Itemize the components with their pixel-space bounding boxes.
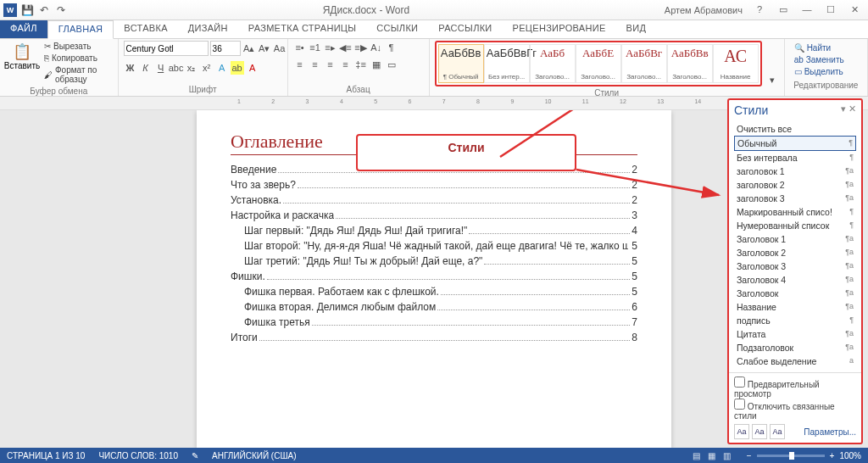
toc-entry[interactable]: Фишка третья7 [244, 316, 637, 328]
user-name[interactable]: Артем Абрамович [665, 5, 743, 15]
ribbon-options-icon[interactable]: ▭ [773, 4, 793, 15]
toc-entry[interactable]: Шаг первый: "Дядь Яш! Дядь Яш! Дай триги… [244, 225, 637, 237]
clear-all-button[interactable]: Очистить все [734, 122, 856, 136]
toc-entry[interactable]: Шаг второй: "Ну, дя-я-дя Яша! Чё жадный … [244, 240, 637, 252]
subscript-button[interactable]: x₂ [185, 61, 198, 75]
font-size-input[interactable] [210, 41, 241, 56]
style-list-item[interactable]: Заголовок 1¶a [734, 232, 856, 246]
style-list-item[interactable]: Слабое выделениеa [734, 354, 856, 368]
maximize-icon[interactable]: ☐ [821, 4, 841, 15]
tab-design[interactable]: ДИЗАЙН [178, 20, 238, 38]
align-center-icon[interactable]: ≡ [309, 58, 322, 71]
strikethrough-button[interactable]: abc [170, 61, 183, 75]
grow-font-icon[interactable]: A▴ [242, 42, 256, 55]
read-mode-icon[interactable]: ▤ [690, 451, 703, 460]
style-list-item[interactable]: подпись¶ [734, 314, 856, 327]
font-color-icon[interactable]: A [246, 61, 259, 75]
manage-styles-icon[interactable]: Aa [770, 424, 785, 439]
style-list-item[interactable]: Заголовок 2¶a [734, 246, 856, 259]
zoom-in-icon[interactable]: + [830, 451, 835, 460]
language-status[interactable]: АНГЛИЙСКИЙ (США) [212, 451, 297, 460]
style-list-item[interactable]: Обычный¶ [734, 136, 856, 151]
tab-home[interactable]: ГЛАВНАЯ [47, 20, 114, 39]
help-icon[interactable]: ? [749, 4, 770, 15]
cut-button[interactable]: ✂Вырезать [42, 41, 113, 52]
italic-button[interactable]: К [139, 61, 153, 75]
toc-entry[interactable]: Итоги8 [231, 332, 637, 343]
toc-entry[interactable]: Фишки.5 [231, 271, 637, 282]
font-name-input[interactable] [124, 41, 209, 56]
style-gallery-item[interactable]: АаБбЗаголово... [530, 44, 576, 83]
style-list-item[interactable]: Заголовок 4¶a [734, 273, 856, 287]
sort-icon[interactable]: A↓ [370, 41, 383, 54]
style-list-item[interactable]: Заголовок¶a [734, 287, 856, 300]
spellcheck-icon[interactable]: ✎ [192, 451, 198, 460]
line-spacing-icon[interactable]: ‡≡ [354, 58, 368, 71]
tab-references[interactable]: ССЫЛКИ [366, 20, 428, 38]
pane-dropdown-icon[interactable]: ▾ [841, 103, 846, 114]
style-gallery-item[interactable]: АаБбЕЗаголово... [576, 44, 621, 83]
style-gallery-item[interactable]: АаБбВвЗаголово... [667, 44, 713, 83]
style-gallery-item[interactable]: АаБбВгЗаголово... [621, 44, 667, 83]
options-link[interactable]: Параметры... [804, 427, 856, 437]
align-left-icon[interactable]: ≡ [293, 58, 307, 71]
style-list-item[interactable]: заголовок 1¶a [734, 165, 856, 178]
find-button[interactable]: 🔍Найти [793, 42, 859, 53]
tab-insert[interactable]: ВСТАВКА [114, 20, 177, 38]
toc-entry[interactable]: Что за зверь?2 [231, 179, 637, 191]
multilevel-icon[interactable]: ≡▸ [324, 41, 337, 54]
copy-button[interactable]: ⎘Копировать [42, 53, 113, 64]
page-status[interactable]: СТРАНИЦА 1 ИЗ 10 [7, 451, 85, 460]
toc-entry[interactable]: Фишка вторая. Делимся любым файлом6 [244, 301, 637, 313]
toc-entry[interactable]: Установка.2 [231, 194, 637, 206]
borders-icon[interactable]: ▭ [385, 58, 398, 71]
decrease-indent-icon[interactable]: ◀≡ [339, 41, 353, 54]
word-count[interactable]: ЧИСЛО СЛОВ: 1010 [98, 451, 178, 460]
style-list-item[interactable]: Цитата¶a [734, 327, 856, 341]
style-list-item[interactable]: Заголовок 3¶a [734, 259, 856, 273]
superscript-button[interactable]: x² [200, 61, 214, 75]
pane-close-icon[interactable]: ✕ [849, 103, 856, 114]
tab-mailings[interactable]: РАССЫЛКИ [428, 20, 502, 38]
toc-entry[interactable]: Фишка первая. Работаем как с флешкой.5 [244, 286, 637, 298]
undo-icon[interactable]: ↶ [37, 3, 51, 17]
preview-checkbox[interactable]: Предварительный просмотр [734, 377, 856, 399]
toc-entry[interactable]: Шаг третий: "Дядь Яш! Ты ж добрый! Дай е… [244, 255, 637, 267]
text-effects-icon[interactable]: A [215, 61, 229, 75]
format-painter-button[interactable]: 🖌Формат по образцу [42, 64, 113, 85]
style-list-item[interactable]: Подзаголовок¶a [734, 341, 856, 354]
styles-gallery[interactable]: АаБбВв¶ ОбычныйАаБбВвГгБез интер...АаБбЗ… [435, 41, 762, 86]
save-icon[interactable]: 💾 [20, 3, 34, 17]
zoom-out-icon[interactable]: − [747, 451, 752, 460]
replace-button[interactable]: abЗаменить [793, 54, 859, 65]
highlight-icon[interactable]: ab [231, 61, 244, 75]
new-style-icon[interactable]: Aa [734, 424, 749, 439]
shrink-font-icon[interactable]: A▾ [258, 42, 271, 55]
shading-icon[interactable]: ▦ [370, 58, 383, 71]
bold-button[interactable]: Ж [124, 61, 137, 75]
toc-entry[interactable]: Настройка и раскачка3 [231, 209, 637, 221]
minimize-icon[interactable]: — [797, 4, 817, 15]
style-list-item[interactable]: Маркированный списо!¶ [734, 205, 856, 219]
align-right-icon[interactable]: ≡ [324, 58, 337, 71]
show-marks-icon[interactable]: ¶ [385, 41, 398, 54]
style-gallery-item[interactable]: АаБбВвГгБез интер... [484, 44, 530, 83]
print-layout-icon[interactable]: ▦ [705, 451, 718, 460]
styles-more-icon[interactable]: ▾ [765, 73, 779, 86]
paste-button[interactable]: 📋 Вставить [5, 41, 39, 72]
style-list-item[interactable]: заголовок 3¶a [734, 192, 856, 205]
style-list-item[interactable]: Название¶a [734, 300, 856, 314]
style-list-item[interactable]: Без интервала¶ [734, 151, 856, 165]
zoom-level[interactable]: 100% [839, 451, 861, 460]
change-case-icon[interactable]: Aa [273, 42, 287, 55]
increase-indent-icon[interactable]: ≡▶ [354, 41, 368, 54]
justify-icon[interactable]: ≡ [339, 58, 353, 71]
style-list-item[interactable]: Нумерованный список¶ [734, 219, 856, 232]
numbering-icon[interactable]: ≡1 [309, 41, 322, 54]
style-list-item[interactable]: заголовок 2¶a [734, 178, 856, 192]
tab-file[interactable]: ФАЙЛ [0, 20, 47, 38]
select-button[interactable]: ▭Выделить [793, 66, 859, 77]
close-icon[interactable]: ✕ [844, 4, 865, 15]
tab-view[interactable]: ВИД [616, 20, 657, 38]
redo-icon[interactable]: ↷ [54, 3, 68, 17]
